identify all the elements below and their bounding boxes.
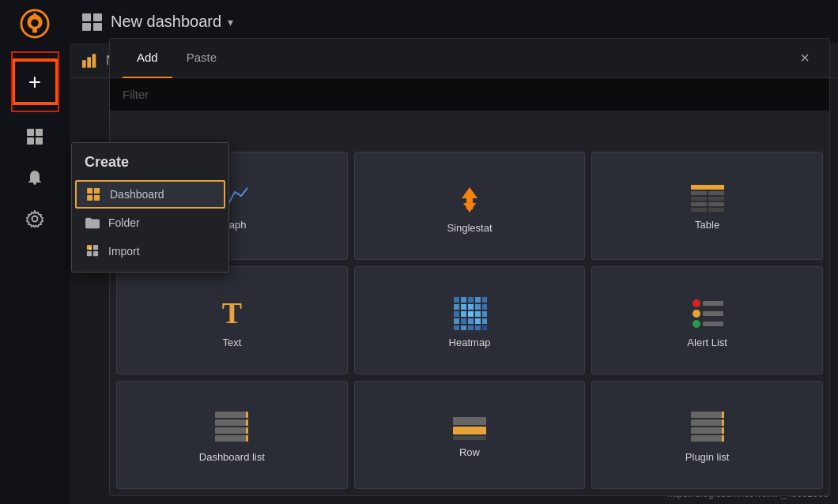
svg-rect-22 bbox=[691, 202, 707, 206]
svg-rect-14 bbox=[92, 54, 96, 67]
svg-rect-32 bbox=[461, 304, 466, 310]
create-item-folder[interactable]: Folder bbox=[72, 209, 228, 237]
bar-chart-icon bbox=[82, 54, 100, 68]
svg-rect-40 bbox=[482, 311, 487, 317]
title-caret: ▾ bbox=[228, 16, 233, 28]
gear-icon bbox=[26, 210, 43, 228]
svg-rect-19 bbox=[708, 191, 724, 195]
svg-rect-25 bbox=[708, 208, 724, 212]
svg-rect-73 bbox=[722, 419, 724, 426]
svg-rect-6 bbox=[36, 137, 43, 145]
tab-add-label: Add bbox=[137, 51, 158, 64]
svg-rect-30 bbox=[482, 297, 487, 303]
svg-rect-67 bbox=[453, 436, 486, 440]
tab-paste[interactable]: Paste bbox=[172, 39, 231, 78]
filter-input[interactable] bbox=[110, 78, 829, 111]
svg-rect-69 bbox=[691, 419, 724, 426]
viz-card-alertlist[interactable]: Alert List bbox=[591, 266, 823, 374]
modal-close-button[interactable]: × bbox=[793, 47, 817, 70]
svg-rect-13 bbox=[87, 57, 91, 67]
svg-rect-83 bbox=[93, 251, 98, 256]
svg-rect-20 bbox=[691, 197, 707, 201]
sidebar-item-dashboards[interactable] bbox=[13, 119, 57, 154]
alertlist-icon bbox=[690, 295, 725, 330]
viz-card-singlestat[interactable]: Singlestat bbox=[354, 152, 586, 260]
viz-table-label: Table bbox=[695, 219, 719, 231]
svg-rect-74 bbox=[722, 427, 724, 434]
svg-rect-82 bbox=[87, 251, 92, 256]
app-logo bbox=[0, 0, 70, 47]
svg-rect-65 bbox=[453, 417, 486, 425]
create-item-import[interactable]: Import bbox=[72, 237, 228, 265]
svg-rect-2 bbox=[33, 13, 36, 17]
svg-rect-50 bbox=[482, 325, 487, 330]
svg-point-51 bbox=[693, 299, 700, 307]
viz-dashboardlist-label: Dashboard list bbox=[199, 451, 265, 463]
svg-rect-64 bbox=[246, 435, 248, 442]
create-item-dashboard[interactable]: Dashboard bbox=[75, 180, 225, 209]
svg-point-53 bbox=[693, 310, 700, 318]
svg-rect-79 bbox=[94, 195, 100, 201]
singlestat-icon bbox=[452, 181, 487, 216]
viz-card-dashboardlist[interactable]: Dashboard list bbox=[116, 381, 348, 489]
svg-rect-72 bbox=[722, 412, 724, 418]
sidebar: + bbox=[0, 0, 70, 504]
svg-rect-4 bbox=[36, 129, 43, 136]
svg-rect-61 bbox=[246, 412, 248, 418]
svg-point-55 bbox=[693, 320, 700, 328]
svg-rect-58 bbox=[215, 419, 248, 426]
dashboard-grid-icon bbox=[82, 13, 103, 31]
svg-rect-56 bbox=[703, 322, 723, 326]
tab-add[interactable]: Add bbox=[123, 39, 172, 78]
sidebar-item-settings[interactable] bbox=[13, 201, 57, 236]
folder-create-icon bbox=[85, 215, 100, 231]
svg-rect-62 bbox=[246, 419, 248, 426]
svg-rect-66 bbox=[453, 427, 486, 434]
svg-rect-60 bbox=[215, 435, 248, 442]
viz-alertlist-label: Alert List bbox=[687, 337, 727, 348]
svg-rect-31 bbox=[454, 304, 459, 310]
svg-rect-47 bbox=[461, 325, 466, 330]
svg-rect-48 bbox=[468, 325, 474, 330]
grafana-logo-icon bbox=[20, 9, 50, 39]
svg-rect-45 bbox=[482, 318, 487, 324]
main-content: New dashboard ▾ New Panel Add Paste × bbox=[70, 0, 838, 504]
svg-rect-34 bbox=[475, 304, 481, 310]
viz-card-pluginlist[interactable]: Plugin list bbox=[591, 381, 823, 489]
svg-rect-63 bbox=[246, 427, 248, 434]
row-icon bbox=[452, 415, 487, 440]
svg-rect-57 bbox=[215, 412, 248, 418]
svg-point-1 bbox=[31, 19, 39, 27]
svg-rect-5 bbox=[27, 137, 34, 145]
svg-rect-42 bbox=[461, 318, 466, 324]
svg-rect-70 bbox=[691, 427, 724, 434]
viz-card-heatmap[interactable]: Heatmap bbox=[354, 266, 586, 374]
svg-rect-3 bbox=[27, 129, 34, 136]
add-button[interactable]: + bbox=[13, 60, 57, 103]
dashboard-create-icon bbox=[86, 186, 102, 202]
plus-icon: + bbox=[28, 71, 41, 93]
svg-point-7 bbox=[32, 216, 38, 222]
svg-rect-75 bbox=[722, 435, 724, 442]
svg-rect-46 bbox=[454, 325, 459, 330]
svg-rect-35 bbox=[482, 304, 487, 310]
viz-text-label: Text bbox=[222, 337, 241, 348]
svg-rect-28 bbox=[468, 297, 474, 303]
grid-icon bbox=[26, 128, 43, 145]
viz-row-label: Row bbox=[459, 446, 480, 458]
viz-card-table[interactable]: Table bbox=[591, 152, 823, 260]
filter-area bbox=[110, 78, 829, 111]
svg-rect-17 bbox=[691, 185, 724, 190]
viz-card-text[interactable]: T Text bbox=[116, 266, 348, 374]
svg-rect-11 bbox=[93, 23, 102, 31]
svg-rect-38 bbox=[468, 311, 474, 317]
svg-rect-8 bbox=[82, 13, 91, 21]
svg-rect-36 bbox=[454, 311, 459, 317]
sidebar-item-alerts[interactable] bbox=[13, 160, 57, 195]
svg-rect-68 bbox=[691, 412, 724, 418]
svg-rect-26 bbox=[454, 297, 459, 303]
svg-rect-54 bbox=[703, 311, 723, 316]
svg-rect-80 bbox=[87, 245, 92, 250]
viz-singlestat-label: Singlestat bbox=[447, 222, 492, 234]
viz-card-row[interactable]: Row bbox=[354, 381, 586, 489]
